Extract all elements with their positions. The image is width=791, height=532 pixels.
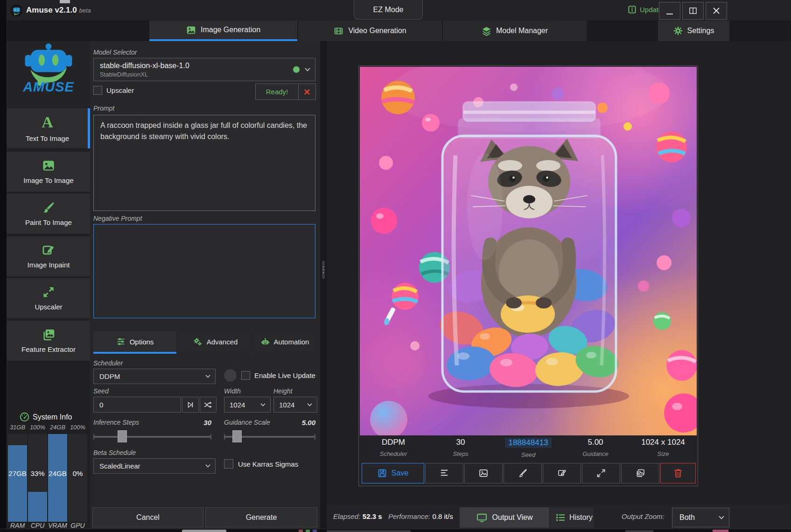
tab-image-generation[interactable]: Image Generation bbox=[149, 21, 297, 41]
copy-info-button[interactable] bbox=[425, 463, 463, 483]
maximize-button[interactable] bbox=[682, 2, 704, 20]
scheduler-label: Scheduler bbox=[93, 359, 123, 367]
ready-status[interactable]: Ready! bbox=[256, 84, 298, 99]
upscaler-checkbox[interactable] bbox=[93, 86, 102, 95]
gear-icon bbox=[673, 26, 683, 35]
unload-model-button[interactable] bbox=[299, 84, 315, 99]
cpu-label: CPU bbox=[28, 522, 47, 529]
height-dropdown[interactable]: 1024 bbox=[273, 397, 317, 413]
brand-block: AMUSE bbox=[7, 41, 90, 107]
model-name: stable-diffusion-xl-base-1.0 bbox=[100, 62, 189, 70]
sidebar-item-feature-extractor[interactable]: Feature Extractor bbox=[7, 321, 90, 361]
cancel-button[interactable]: Cancel bbox=[92, 507, 203, 527]
beta-schedule-dropdown[interactable]: ScaledLinear bbox=[93, 458, 216, 474]
gpu-meter bbox=[68, 434, 87, 522]
sidebar-item-paint-to-image[interactable]: Paint To Image bbox=[7, 194, 90, 234]
model-type: StableDiffusionXL bbox=[100, 71, 189, 78]
send-to-upscale-button[interactable] bbox=[582, 463, 620, 483]
send-to-image-button[interactable] bbox=[464, 463, 503, 483]
negative-prompt-label: Negative Prompt bbox=[93, 215, 142, 222]
prompt-input[interactable]: A raccoon trapped inside a glass jar ful… bbox=[93, 115, 315, 211]
panel-splitter[interactable] bbox=[320, 41, 327, 529]
system-info-header: System Info bbox=[20, 412, 72, 422]
live-update-checkbox[interactable] bbox=[241, 371, 250, 380]
generate-button[interactable]: Generate bbox=[205, 507, 317, 527]
chevron-down-icon bbox=[205, 464, 210, 468]
width-dropdown[interactable]: 1024 bbox=[224, 397, 271, 413]
ez-mode-button[interactable]: EZ Mode bbox=[354, 0, 423, 20]
trash-icon bbox=[674, 469, 682, 478]
send-to-feature-extractor-button[interactable] bbox=[621, 463, 659, 483]
height-label: Height bbox=[273, 387, 292, 395]
sidebar-item-image-to-image[interactable]: Image To Image bbox=[7, 152, 90, 192]
ram-value: 27GB bbox=[8, 469, 27, 477]
gears-icon bbox=[193, 337, 203, 346]
film-icon bbox=[334, 26, 343, 36]
cpu-max: 100% bbox=[28, 424, 47, 431]
info-icon bbox=[628, 5, 637, 14]
tab-video-generation[interactable]: Video Generation bbox=[298, 21, 442, 41]
close-icon bbox=[713, 7, 720, 14]
text-to-image-icon: A bbox=[42, 114, 53, 130]
upscale-arrows-icon bbox=[42, 286, 55, 299]
slider-handle[interactable] bbox=[118, 430, 127, 442]
model-selector-dropdown[interactable]: stable-diffusion-xl-base-1.0 StableDiffu… bbox=[93, 58, 315, 81]
generated-image bbox=[360, 67, 697, 435]
tab-automation[interactable]: Automation bbox=[254, 331, 315, 352]
delete-button[interactable] bbox=[660, 463, 696, 483]
tab-settings[interactable]: Settings bbox=[658, 21, 729, 41]
skip-end-icon bbox=[187, 401, 194, 408]
send-to-inpaint-button[interactable] bbox=[543, 463, 581, 483]
chevron-down-icon bbox=[305, 68, 310, 71]
update-button[interactable]: Update bbox=[628, 5, 662, 14]
minimize-button[interactable] bbox=[659, 2, 680, 20]
karras-sigmas-label: Use Karras Sigmas bbox=[238, 460, 298, 468]
image-icon bbox=[186, 25, 196, 35]
ram-meter bbox=[8, 434, 27, 522]
feature-extractor-icon bbox=[42, 328, 56, 341]
output-view-button[interactable]: Output View bbox=[460, 507, 549, 528]
model-status-dot bbox=[293, 66, 300, 73]
minimize-icon bbox=[666, 14, 673, 14]
layers-icon bbox=[482, 26, 491, 36]
meta-steps: 30Steps bbox=[427, 438, 495, 457]
slider-handle[interactable] bbox=[232, 430, 242, 442]
guidance-scale-slider[interactable] bbox=[224, 430, 315, 442]
options-tab-underline bbox=[93, 352, 176, 354]
seed-increment-button[interactable] bbox=[182, 397, 199, 413]
output-zoom-dropdown[interactable]: Both bbox=[672, 508, 729, 527]
tab-options[interactable]: Options bbox=[93, 331, 176, 352]
red-x-icon bbox=[304, 89, 310, 95]
vram-label: VRAM bbox=[48, 522, 67, 529]
sidebar-item-text-to-image[interactable]: A Text To Image bbox=[7, 108, 90, 148]
send-to-paint-button[interactable] bbox=[504, 463, 542, 483]
sidebar-item-upscaler[interactable]: Upscaler bbox=[7, 278, 90, 318]
tab-model-manager[interactable]: Model Manager bbox=[443, 21, 587, 41]
history-button[interactable]: History bbox=[550, 507, 594, 528]
edit-icon bbox=[557, 469, 567, 478]
inpaint-icon bbox=[42, 244, 56, 257]
guidance-scale-value: 5.00 bbox=[224, 419, 315, 427]
seed-randomize-button[interactable] bbox=[200, 397, 217, 413]
history-list-icon bbox=[556, 513, 565, 522]
scheduler-dropdown[interactable]: DDPM bbox=[93, 369, 216, 384]
close-button[interactable] bbox=[706, 2, 727, 20]
negative-prompt-input[interactable] bbox=[93, 224, 315, 318]
live-update-toggle[interactable] bbox=[224, 369, 237, 382]
seed-value-link[interactable]: 188848413 bbox=[505, 438, 551, 448]
save-button[interactable]: Save bbox=[362, 463, 424, 483]
seed-label: Seed bbox=[93, 387, 109, 395]
sidebar-item-image-inpaint[interactable]: Image Inpaint bbox=[7, 236, 90, 276]
seed-input[interactable]: 0 bbox=[93, 397, 181, 413]
sliders-icon bbox=[116, 337, 126, 346]
images-icon bbox=[635, 469, 645, 478]
beta-tag: beta bbox=[79, 7, 91, 14]
inference-steps-slider[interactable] bbox=[93, 430, 211, 442]
save-icon bbox=[378, 469, 387, 478]
gpu-label: GPU bbox=[68, 522, 87, 529]
model-selector-label: Model Selector bbox=[93, 49, 137, 56]
tab-advanced[interactable]: Advanced bbox=[177, 331, 253, 352]
app-logo-icon bbox=[10, 4, 23, 17]
karras-sigmas-checkbox[interactable] bbox=[224, 459, 233, 469]
splitter-handle[interactable] bbox=[322, 260, 325, 279]
